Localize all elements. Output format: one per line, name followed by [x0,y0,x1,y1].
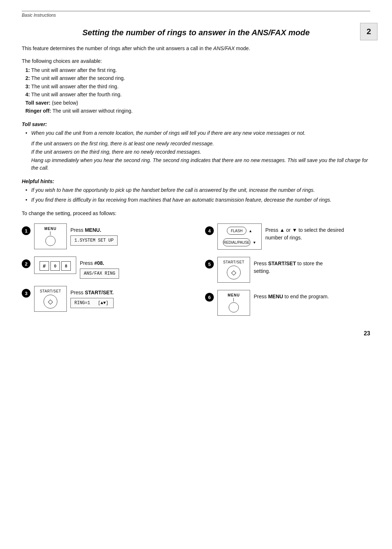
helpful-hints-label: Helpful hints: [22,178,370,184]
step-1-content: MENU [34,223,67,249]
steps-outer: 1 MENU Press MENU. 1.SYSTEM SET UP 2 [22,223,370,316]
step-6-content: MENU [217,290,250,316]
helpful-hints-section: Helpful hints: If you wish to have the o… [22,178,370,204]
choice-1: 1: The unit will answer after the first … [25,66,370,74]
arrow-down-icon: ▼ [253,241,256,245]
step-2-desc: Press #08. ANS/FAX RING [80,259,119,279]
choice-toll: Toll saver: (see below) [25,99,370,107]
step-3-desc: Press START/SET. RING=1 [▲▼] [70,289,114,308]
toll-saver-bullets: When you call the unit from a remote loc… [25,129,370,137]
toll-saver-label: Toll saver: [22,121,370,127]
choices-list: 1: The unit will answer after the first … [25,66,370,115]
step-5: 5 START/SET ◇ Press START/SET to store t… [205,257,370,283]
step-4: 4 FLASH ▲ REDIAL/PAUSE ▼ [205,223,370,250]
toll-saver-bullet: When you call the unit from a remote loc… [25,129,370,137]
page-badge: 2 [360,23,377,40]
step-6-desc: Press MENU to end the program. [254,293,329,300]
step-1-number: 1 [22,226,30,235]
step-5-device: START/SET ◇ [217,257,250,283]
helpful-hints-bullets: If you wish to have the opportunity to p… [25,186,370,204]
step-4-desc: Press ▲ or ▼ to select the desired numbe… [265,226,345,242]
steps-col-left: 1 MENU Press MENU. 1.SYSTEM SET UP 2 [22,223,187,316]
step-4-device: FLASH ▲ REDIAL/PAUSE ▼ [217,223,262,250]
choices-title: The following choices are available: [22,58,370,64]
choice-4: 4: The unit will answer after the fourth… [25,90,370,98]
step-3-number: 3 [22,289,30,298]
step-4-content: FLASH ▲ REDIAL/PAUSE ▼ [217,223,262,250]
toll-line-2: If the unit answers on the third ring, t… [31,148,370,156]
hint-1: If you wish to have the opportunity to p… [25,186,370,194]
toll-line-3: Hang up immediately when you hear the se… [31,157,370,172]
step-2-device: # 0 8 [34,257,76,274]
step-6-device: MENU [217,290,250,316]
step-6: 6 MENU Press MENU to end the program. [205,290,370,316]
choice-3: 3: The unit will answer after the third … [25,82,370,90]
step-3-content: START/SET ◇ [34,286,67,312]
toll-line-1: If the unit answers on the first ring, t… [31,140,370,148]
arrow-up-icon: ▲ [249,229,252,233]
proceed-text: To change the setting, proceed as follow… [22,210,370,216]
step-1-desc: Press MENU. 1.SYSTEM SET UP [70,226,118,246]
step-6-number: 6 [205,293,214,302]
toll-saver-section: Toll saver: When you call the unit from … [22,121,370,172]
page-title: Setting the number of rings to answer in… [22,28,370,37]
step-2: 2 # 0 8 Press #08. ANS/FAX RING [22,257,187,279]
step-5-content: START/SET ◇ [217,257,250,283]
step-4-number: 4 [205,226,214,235]
intro-text: This feature determines the number of ri… [22,45,370,52]
top-rule [22,11,370,11]
step-2-number: 2 [22,259,30,268]
step-2-content: # 0 8 [34,257,76,274]
hint-2: If you find there is difficulty in fax r… [25,196,370,204]
step-1-device: MENU [34,223,67,249]
step-5-number: 5 [205,260,214,269]
choice-2: 2: The unit will answer after the second… [25,74,370,82]
step-3: 3 START/SET ◇ Press START/SET. RING=1 [▲… [22,286,187,312]
step-1: 1 MENU Press MENU. 1.SYSTEM SET UP [22,223,187,249]
choice-ringer: Ringer off: The unit will answer without… [25,107,370,115]
breadcrumb: Basic Instructions [22,13,370,18]
steps-col-right: 4 FLASH ▲ REDIAL/PAUSE ▼ [187,223,370,316]
step-5-desc: Press START/SET to store the setting. [254,260,334,275]
step-3-device: START/SET ◇ [34,286,67,312]
page-footer: 23 [22,330,370,337]
